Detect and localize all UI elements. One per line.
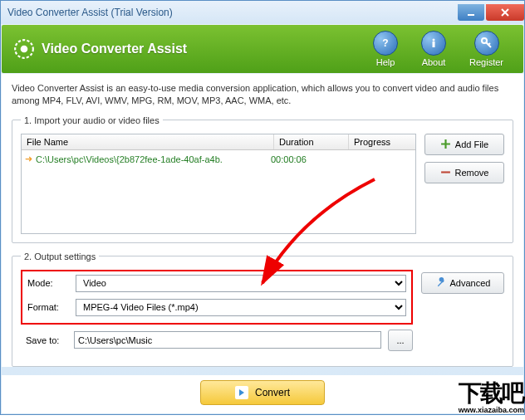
svg-rect-5	[433, 42, 435, 47]
content-area: Video Converter Assist is an easy-to-use…	[2, 74, 523, 367]
saveto-input[interactable]	[74, 331, 381, 349]
svg-point-4	[433, 39, 435, 42]
gear-icon	[13, 38, 35, 60]
convert-bar: Convert	[2, 375, 523, 413]
add-file-button[interactable]: Add File	[424, 134, 504, 155]
convert-button[interactable]: Convert	[200, 380, 325, 405]
output-legend: 2. Output settings	[21, 252, 99, 261]
col-filename[interactable]: File Name	[22, 134, 274, 149]
highlight-annotation: Mode: Video Format: MPEG-4 Video Files (…	[21, 270, 413, 325]
key-icon	[480, 37, 493, 50]
minimize-button[interactable]	[458, 4, 484, 21]
output-fieldset: 2. Output settings Mode: Video Format:	[12, 252, 513, 367]
advanced-button[interactable]: Advanced	[421, 272, 504, 294]
app-window: Video Converter Assist (Trial Version) V…	[0, 0, 525, 415]
col-progress[interactable]: Progress	[349, 134, 415, 149]
description-text: Video Converter Assist is an easy-to-use…	[12, 82, 513, 107]
remove-button[interactable]: Remove	[424, 162, 504, 183]
import-legend: 1. Import your audio or video files	[21, 115, 163, 125]
mode-label: Mode:	[27, 278, 69, 288]
svg-point-2	[21, 46, 28, 53]
minus-icon	[440, 167, 451, 178]
table-body[interactable]: ➜ C:\Users\pc\Videos\{2b872fee-1ade-40af…	[22, 150, 415, 233]
plus-icon	[440, 139, 451, 149]
file-side-buttons: Add File Remove	[424, 134, 504, 234]
format-select[interactable]: MPEG-4 Video Files (*.mp4)	[76, 299, 406, 316]
app-name: Video Converter Assist	[42, 42, 373, 56]
wrench-icon	[435, 277, 446, 288]
format-label: Format:	[27, 302, 69, 312]
help-button[interactable]: ? Help	[373, 31, 398, 67]
saveto-label: Save to:	[26, 335, 67, 345]
row-arrow-icon: ➜	[25, 154, 32, 164]
file-table: File Name Duration Progress ➜ C:\Users\p…	[21, 134, 416, 234]
about-button[interactable]: About	[421, 31, 446, 67]
window-title: Video Converter Assist (Trial Version)	[7, 7, 456, 18]
svg-text:?: ?	[382, 37, 388, 49]
header-buttons: ? Help About Register	[373, 31, 503, 67]
app-header: Video Converter Assist ? Help About Regi…	[2, 25, 523, 73]
mode-select[interactable]: Video	[76, 275, 406, 292]
svg-rect-0	[468, 14, 474, 16]
titlebar: Video Converter Assist (Trial Version)	[1, 1, 524, 24]
browse-button[interactable]: ...	[388, 330, 413, 351]
cell-duration: 00:00:06	[271, 154, 346, 164]
info-icon	[427, 37, 440, 50]
col-duration[interactable]: Duration	[274, 134, 349, 149]
table-row[interactable]: ➜ C:\Users\pc\Videos\{2b872fee-1ade-40af…	[22, 150, 415, 168]
help-icon: ?	[379, 37, 392, 50]
register-button[interactable]: Register	[469, 31, 503, 67]
window-buttons	[456, 4, 524, 21]
play-icon	[238, 389, 245, 396]
table-header: File Name Duration Progress	[22, 134, 415, 150]
close-button[interactable]	[486, 4, 524, 21]
import-fieldset: 1. Import your audio or video files File…	[12, 115, 513, 243]
cell-filename: C:\Users\pc\Videos\{2b872fee-1ade-40af-a…	[36, 154, 271, 164]
